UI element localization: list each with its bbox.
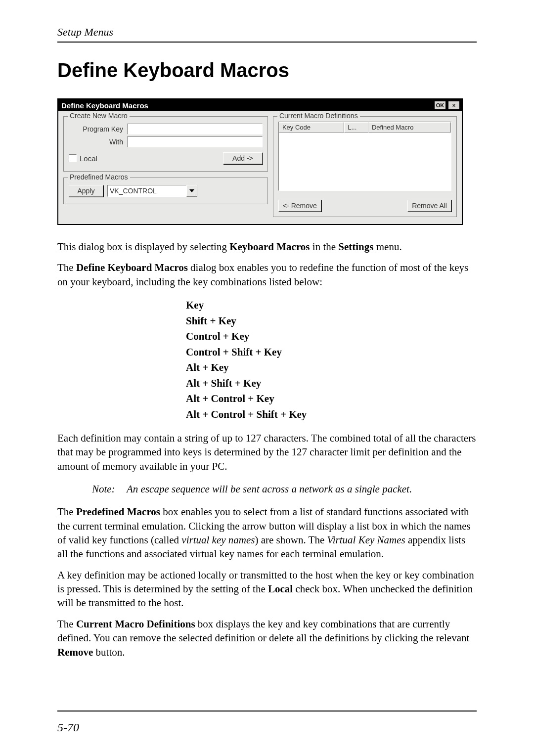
local-checkbox[interactable]: [69, 154, 77, 162]
predefined-macros-legend: Predefined Macros: [68, 173, 130, 181]
paragraph-local: A key definition may be actioned locally…: [57, 568, 477, 610]
paragraph-limit: Each definition may contain a string of …: [57, 431, 477, 473]
remove-button[interactable]: <- Remove: [278, 200, 321, 212]
program-key-input[interactable]: [127, 124, 263, 134]
remove-all-button[interactable]: Remove All: [407, 200, 451, 212]
note-block: Note: An escape sequence will be sent ac…: [92, 482, 438, 496]
paragraph-define: The Define Keyboard Macros dialog box en…: [57, 261, 477, 289]
paragraph-intro: This dialog box is displayed by selectin…: [57, 240, 477, 254]
current-macro-definitions-group: Current Macro Definitions Key Code L... …: [273, 116, 457, 217]
dialog-title: Define Keyboard Macros: [61, 101, 148, 110]
apply-button[interactable]: Apply: [69, 185, 103, 197]
predefined-macros-group: Predefined Macros Apply VK_CONTROL: [63, 178, 268, 204]
page-number: 5-70: [57, 721, 79, 734]
with-label: With: [69, 138, 123, 146]
running-head: Setup Menus: [57, 26, 477, 39]
current-macro-definitions-legend: Current Macro Definitions: [277, 112, 360, 120]
bottom-rule: [57, 711, 477, 712]
macro-definitions-list[interactable]: Key Code L... Defined Macro: [278, 122, 451, 191]
key-combo-item: Alt + Control + Shift + Key: [186, 407, 477, 423]
key-combo-item: Alt + Control + Key: [186, 391, 477, 407]
create-new-macro-legend: Create New Macro: [68, 112, 130, 120]
key-combo-item: Alt + Shift + Key: [186, 376, 477, 392]
note-text: An escape sequence will be sent across a…: [127, 482, 412, 496]
key-combo-item: Control + Shift + Key: [186, 345, 477, 360]
define-keyboard-macros-dialog: Define Keyboard Macros OK × Create New M…: [57, 98, 463, 225]
ok-button[interactable]: OK: [434, 101, 446, 110]
column-key-code[interactable]: Key Code: [279, 122, 344, 133]
create-new-macro-group: Create New Macro Program Key With Local: [63, 116, 268, 172]
paragraph-predefined: The Predefined Macros box enables you to…: [57, 505, 477, 561]
add-button[interactable]: Add ->: [223, 152, 263, 164]
column-defined-macro[interactable]: Defined Macro: [368, 122, 451, 133]
dialog-titlebar: Define Keyboard Macros OK ×: [58, 99, 462, 111]
paragraph-current-defs: The Current Macro Definitions box displa…: [57, 617, 477, 659]
predefined-macros-combo[interactable]: VK_CONTROL: [107, 185, 197, 197]
page-title: Define Keyboard Macros: [57, 59, 477, 82]
chevron-down-icon[interactable]: [186, 185, 197, 197]
key-combo-item: Alt + Key: [186, 360, 477, 376]
note-label: Note:: [92, 482, 127, 496]
program-key-label: Program Key: [69, 125, 123, 133]
key-combo-item: Shift + Key: [186, 313, 477, 329]
key-combo-list: Key Shift + Key Control + Key Control + …: [186, 298, 477, 422]
predefined-macros-value[interactable]: VK_CONTROL: [107, 185, 186, 197]
with-input[interactable]: [127, 136, 263, 147]
key-combo-item: Control + Key: [186, 329, 477, 345]
column-local[interactable]: L...: [344, 122, 368, 133]
close-icon[interactable]: ×: [448, 101, 460, 110]
top-rule: [57, 42, 477, 43]
key-combo-item: Key: [186, 298, 477, 313]
local-label: Local: [80, 154, 97, 163]
